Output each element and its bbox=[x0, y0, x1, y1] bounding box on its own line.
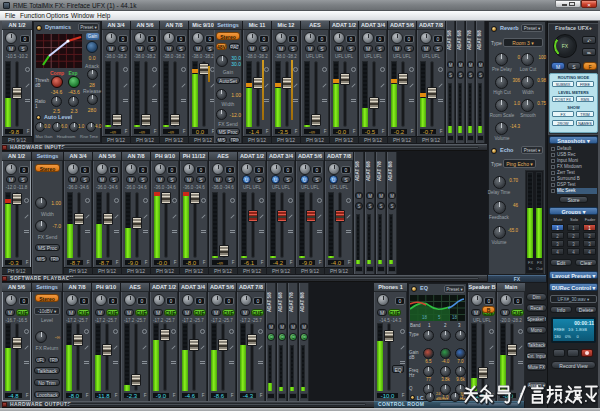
svg-text:18: 18 bbox=[422, 315, 428, 320]
svg-text:18: 18 bbox=[452, 315, 458, 320]
